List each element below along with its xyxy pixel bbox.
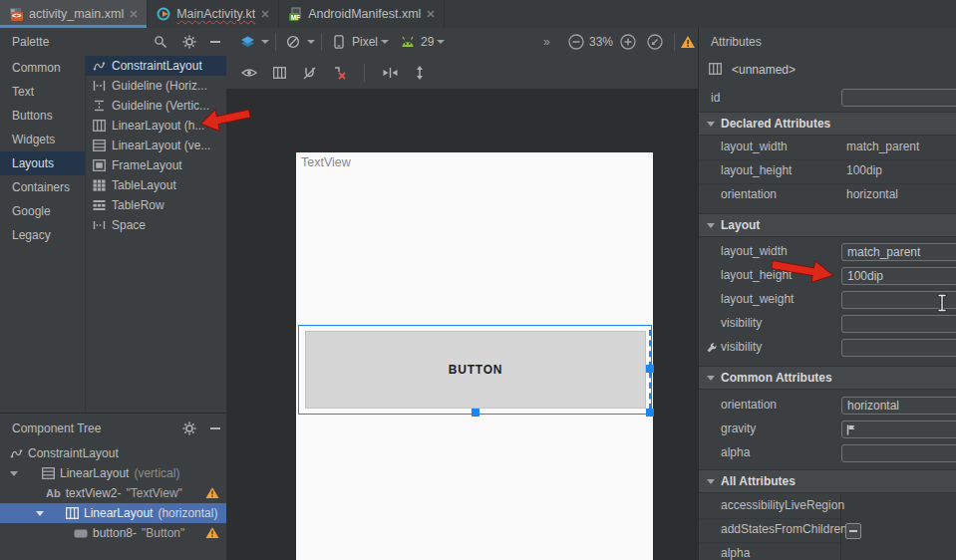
tree-row-textview2[interactable]: Ab textView2-"TextView" xyxy=(0,483,226,503)
button-widget[interactable]: BUTTON xyxy=(305,331,646,409)
section-declared-attributes[interactable]: Declared Attributes xyxy=(699,112,956,136)
tree-row-button8[interactable]: button8-"Button" xyxy=(0,523,226,543)
gear-icon[interactable] xyxy=(178,418,200,439)
palette-category-widgets[interactable]: Widgets xyxy=(0,128,85,151)
layout-xml-file-icon: <> xyxy=(9,7,23,21)
device-screen[interactable]: TextView BUTTON xyxy=(296,152,653,560)
palette-item-space[interactable]: Space xyxy=(86,215,226,235)
palette-category-layouts[interactable]: Layouts xyxy=(0,151,85,175)
clear-constraints-icon[interactable] xyxy=(328,62,350,84)
orientation-icon[interactable] xyxy=(282,31,304,53)
palette-item-guideline-vertical[interactable]: Guideline (Vertic... xyxy=(86,96,226,116)
minimize-icon[interactable] xyxy=(204,31,226,53)
chevron-down-icon xyxy=(381,40,389,44)
alpha-input[interactable] xyxy=(841,444,956,462)
resize-handle-bottom-center[interactable] xyxy=(472,409,479,417)
tools-visibility-input[interactable] xyxy=(841,339,956,357)
collapse-arrow-icon[interactable] xyxy=(707,223,715,228)
palette-category-common[interactable]: Common xyxy=(0,56,85,80)
design-surface-toolbar: Pixel 29 » 33% xyxy=(226,28,698,56)
toolbar-overflow-chevrons[interactable]: » xyxy=(543,35,550,49)
close-icon[interactable] xyxy=(261,10,269,18)
palette-category-text[interactable]: Text xyxy=(0,80,85,104)
layout-height-input[interactable] xyxy=(841,267,956,285)
zoom-out-icon[interactable] xyxy=(565,31,587,53)
zoom-level: 33% xyxy=(589,35,613,49)
tab-androidmanifest-xml[interactable]: MF AndroidManifest.xml xyxy=(279,0,445,28)
api-level-selector[interactable]: 29 xyxy=(421,35,434,49)
constraint-toolbar xyxy=(226,56,698,89)
indeterminate-checkbox[interactable] xyxy=(845,523,861,539)
android-api-icon xyxy=(397,31,419,53)
zoom-to-fit-icon[interactable] xyxy=(644,31,666,53)
tree-row-linearlayout-horizontal[interactable]: LinearLayout(horizontal) xyxy=(0,503,226,523)
palette-category-containers[interactable]: Containers xyxy=(0,175,85,199)
expand-arrow-icon[interactable] xyxy=(36,511,44,516)
palette-category-google[interactable]: Google xyxy=(0,199,85,223)
divider xyxy=(321,33,322,51)
warning-icon[interactable] xyxy=(205,486,219,499)
component-name: <unnamed> xyxy=(732,63,796,77)
attribute-row-addstatesfromchildren: addStatesFromChildren xyxy=(699,518,956,542)
expand-vertical-icon[interactable] xyxy=(409,62,431,84)
chevron-down-icon xyxy=(307,40,315,44)
view-options-eye-icon[interactable] xyxy=(238,62,260,84)
layout-weight-input[interactable] xyxy=(841,291,956,309)
visibility-input[interactable] xyxy=(841,315,956,333)
palette-item-linearlayout-horizontal[interactable]: LinearLayout (h... xyxy=(86,116,226,136)
resize-handle-right-center[interactable] xyxy=(646,365,654,373)
orientation-input[interactable] xyxy=(841,397,956,415)
zoom-in-icon[interactable] xyxy=(617,31,639,53)
palette-header: Palette xyxy=(0,28,227,57)
collapse-arrow-icon[interactable] xyxy=(707,122,715,127)
component-tree-header: Component Tree xyxy=(0,414,226,443)
linearlayout-vertical-icon xyxy=(93,140,106,151)
blueprint-columns-icon[interactable] xyxy=(268,62,290,84)
palette-item-linearlayout-vertical[interactable]: LinearLayout (ve... xyxy=(86,136,226,155)
component-tree-title: Component Tree xyxy=(0,421,101,435)
collapse-arrow-icon[interactable] xyxy=(707,479,715,484)
section-common-attributes[interactable]: Common Attributes xyxy=(699,366,956,390)
collapse-arrow-icon[interactable] xyxy=(707,376,715,381)
device-phone-icon xyxy=(328,31,350,53)
palette-category-buttons[interactable]: Buttons xyxy=(0,104,85,128)
editor-tab-bar: <> activity_main.xml MainActivity.kt MF … xyxy=(0,0,956,29)
linearlayout-vertical-icon xyxy=(42,467,55,479)
gear-icon[interactable] xyxy=(178,31,200,53)
palette-item-constraintlayout[interactable]: ConstraintLayout xyxy=(86,56,226,76)
chevron-down-icon xyxy=(437,40,445,44)
palette-item-framelayout[interactable]: FrameLayout xyxy=(86,155,226,175)
attribute-row-layout-width: layout_width xyxy=(699,240,956,264)
close-icon[interactable] xyxy=(427,10,435,18)
pack-horizontal-icon[interactable] xyxy=(379,62,401,84)
tab-label: activity_main.xml xyxy=(29,7,124,21)
palette-item-tablerow[interactable]: TableRow xyxy=(86,195,226,215)
layout-width-input[interactable] xyxy=(841,243,956,261)
section-layout[interactable]: Layout xyxy=(699,213,956,237)
close-icon[interactable] xyxy=(130,10,138,18)
resize-handle-bottom-right[interactable] xyxy=(646,409,654,417)
palette-item-guideline-horizontal[interactable]: Guideline (Horiz... xyxy=(86,76,226,96)
warning-icon[interactable] xyxy=(205,526,219,539)
flag-icon[interactable] xyxy=(846,424,856,435)
tree-row-constraintlayout[interactable]: ConstraintLayout xyxy=(0,443,226,463)
section-all-attributes[interactable]: All Attributes xyxy=(699,469,956,493)
palette-item-tablelayout[interactable]: TableLayout xyxy=(86,175,226,195)
palette-category-legacy[interactable]: Legacy xyxy=(0,223,85,247)
attribute-row: layout_width match_parent xyxy=(699,136,956,159)
id-input[interactable] xyxy=(841,89,956,107)
minimize-icon[interactable] xyxy=(204,418,226,439)
warnings-toggle-icon[interactable] xyxy=(677,31,699,53)
search-icon[interactable] xyxy=(150,31,171,53)
design-mode-layers-icon[interactable] xyxy=(236,31,258,53)
expand-arrow-icon[interactable] xyxy=(10,471,18,476)
linearlayout-horizontal-icon xyxy=(709,63,722,75)
tab-activity-main-xml[interactable]: <> activity_main.xml xyxy=(0,0,148,28)
device-selector[interactable]: Pixel xyxy=(352,35,378,49)
autoconnect-off-magnet-icon[interactable] xyxy=(298,62,320,84)
tab-mainactivity-kt[interactable]: MainActivity.kt xyxy=(148,0,279,28)
textview-widget[interactable]: TextView xyxy=(301,155,351,169)
gravity-input[interactable] xyxy=(841,420,956,438)
tree-row-linearlayout-vertical[interactable]: LinearLayout(vertical) xyxy=(0,463,226,483)
palette-items: ConstraintLayout Guideline (Horiz... Gui… xyxy=(86,56,226,413)
